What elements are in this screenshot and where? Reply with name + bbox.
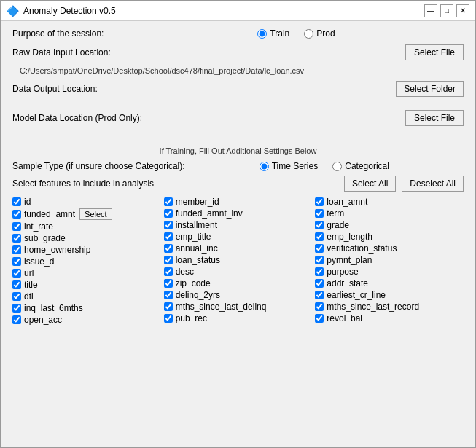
feature-inq-last-6mths: inq_last_6mths [12, 302, 161, 314]
checkbox-emp-title[interactable] [164, 232, 173, 241]
checkbox-loan-status[interactable] [164, 256, 173, 264]
select-file-button[interactable]: Select File [405, 44, 464, 60]
label-pymnt-plan: pymnt_plan [327, 255, 372, 265]
feature-installment: installment [164, 219, 313, 231]
close-button[interactable]: ✕ [456, 4, 469, 17]
prod-option: Prod [304, 28, 335, 39]
prod-radio[interactable] [304, 29, 313, 39]
checkbox-issue-d[interactable] [12, 257, 21, 266]
checkbox-int-rate[interactable] [12, 222, 21, 231]
checkbox-url[interactable] [12, 269, 21, 278]
checkbox-home-ownership[interactable] [12, 245, 21, 254]
feature-mths-since-last-record: mths_since_last_record [315, 301, 464, 313]
feature-pymnt-plan: pymnt_plan [315, 254, 464, 266]
feature-verification-status: verification_status [315, 243, 464, 254]
checkbox-revol-bal[interactable] [315, 314, 324, 323]
checkbox-term[interactable] [315, 209, 324, 218]
maximize-button[interactable]: □ [440, 4, 453, 17]
train-label: Train [270, 28, 289, 39]
checkbox-delinq-2yrs[interactable] [164, 291, 173, 299]
feature-earliest-cr-line: earliest_cr_line [315, 289, 464, 301]
checkbox-zip-code[interactable] [164, 279, 173, 288]
checkbox-title[interactable] [12, 280, 21, 289]
select-all-group: Select All Deselect All [344, 176, 464, 192]
checkbox-pymnt-plan[interactable] [315, 256, 324, 264]
checkbox-dti[interactable] [12, 292, 21, 301]
label-loan-status: loan_status [176, 255, 220, 265]
main-content: Purpose of the session: Train Prod Raw D… [1, 21, 475, 447]
checkbox-member-id[interactable] [164, 197, 173, 206]
checkbox-earliest-cr-line[interactable] [315, 291, 324, 299]
feature-term: term [315, 208, 464, 219]
minimize-button[interactable]: — [424, 4, 437, 17]
feature-loan-amnt: loan_amnt [315, 196, 464, 208]
session-radio-group: Train Prod [129, 28, 464, 39]
checkbox-funded-amnt-inv[interactable] [164, 209, 173, 218]
checkbox-open-acc[interactable] [12, 315, 21, 324]
checkbox-funded-amnt[interactable] [12, 210, 21, 219]
checkbox-installment[interactable] [164, 221, 173, 229]
feature-home-ownership: home_ownership [12, 244, 161, 256]
categorical-option: Categorical [332, 161, 389, 171]
checkbox-addr-state[interactable] [315, 279, 324, 288]
train-radio[interactable] [257, 29, 267, 39]
feature-pub-rec: pub_rec [164, 313, 313, 324]
data-output-row: Data Output Location: Select Folder [12, 81, 464, 97]
checkbox-inq-last-6mths[interactable] [12, 304, 21, 313]
deselect-all-button[interactable]: Deselect All [402, 176, 464, 192]
feature-emp-length: emp_length [315, 231, 464, 243]
label-earliest-cr-line: earliest_cr_line [327, 290, 386, 300]
file-path: C:/Users/smpat/OneDrive/Desktop/School/d… [20, 66, 464, 75]
prod-label: Prod [316, 28, 335, 39]
title-bar-left: 🔷 Anomaly Detection v0.5 [7, 5, 116, 17]
feature-addr-state: addr_state [315, 278, 464, 289]
model-data-row: Model Data Location (Prod Only): Select … [12, 110, 464, 126]
feature-emp-title: emp_title [164, 231, 313, 243]
feature-mths-since-last-delinq: mths_since_last_delinq [164, 301, 313, 313]
model-data-label: Model Data Location (Prod Only): [12, 113, 142, 123]
label-grade: grade [327, 220, 349, 230]
time-series-radio[interactable] [260, 162, 269, 171]
feature-open-acc: open_acc [12, 314, 161, 326]
label-verification-status: verification_status [327, 243, 397, 254]
checkbox-pub-rec[interactable] [164, 314, 173, 323]
funded-amnt-select-button[interactable]: Select [79, 208, 112, 220]
label-term: term [327, 208, 344, 219]
label-annual-inc: annual_inc [176, 243, 218, 254]
feature-member-id: member_id [164, 196, 313, 208]
checkbox-loan-amnt[interactable] [315, 197, 324, 206]
feature-id: id [12, 196, 161, 208]
feature-funded-amnt-inv: funded_amnt_inv [164, 208, 313, 219]
select-all-button[interactable]: Select All [344, 176, 396, 192]
checkbox-grade[interactable] [315, 221, 324, 229]
checkbox-purpose[interactable] [315, 267, 324, 276]
label-emp-length: emp_length [327, 232, 372, 242]
select-model-file-button[interactable]: Select File [405, 110, 464, 126]
checkbox-emp-length[interactable] [315, 232, 324, 241]
label-pub-rec: pub_rec [176, 313, 207, 323]
time-series-label: Time Series [272, 161, 319, 171]
raw-data-row: Raw Data Input Location: Select File [12, 44, 464, 60]
checkbox-id[interactable] [12, 197, 21, 206]
sample-type-row: Sample Type (if unsure choose Categorica… [12, 161, 464, 171]
checkbox-desc[interactable] [164, 267, 173, 276]
label-dti: dti [24, 291, 34, 302]
feature-delinq-2yrs: delinq_2yrs [164, 289, 313, 301]
select-folder-button[interactable]: Select Folder [396, 81, 464, 97]
checkbox-mths-since-last-record[interactable] [315, 302, 324, 311]
data-output-label: Data Output Location: [12, 84, 129, 94]
label-funded-amnt: funded_amnt [24, 209, 75, 219]
checkbox-sub-grade[interactable] [12, 234, 21, 243]
feature-issue-d: issue_d [12, 256, 161, 267]
label-emp-title: emp_title [176, 232, 211, 242]
checkbox-verification-status[interactable] [315, 244, 324, 253]
label-int-rate: int_rate [24, 221, 53, 232]
feature-funded-amnt: funded_amnt Select [12, 208, 161, 221]
checkbox-mths-since-last-delinq[interactable] [164, 302, 173, 311]
feature-sub-grade: sub_grade [12, 232, 161, 244]
raw-data-label: Raw Data Input Location: [12, 47, 129, 58]
feature-title: title [12, 279, 161, 291]
label-open-acc: open_acc [24, 315, 62, 325]
categorical-radio[interactable] [332, 162, 342, 171]
checkbox-annual-inc[interactable] [164, 244, 173, 253]
